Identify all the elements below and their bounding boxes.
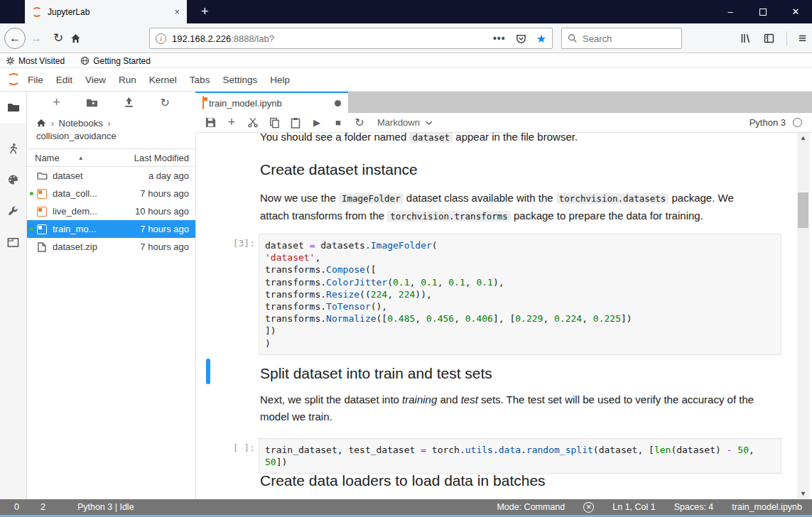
add-cell-button[interactable]: + (221, 115, 242, 130)
paste-cells-button[interactable] (285, 117, 306, 129)
library-icon[interactable] (740, 33, 752, 44)
new-folder-icon[interactable] (86, 97, 98, 108)
column-last-modified[interactable]: Last Modified (134, 153, 189, 163)
markdown-paragraph-split[interactable]: Next, we split the dataset into training… (260, 391, 768, 425)
sidebar-tab-filebrowser[interactable] (0, 92, 26, 123)
terminals-count[interactable]: 0 (14, 502, 19, 512)
app-window: JupyterLab × + – ✕ ← → ↻ i 192.168.2.226… (0, 0, 812, 517)
globe-icon (80, 56, 90, 65)
bookmark-most-visited[interactable]: Most Visited (6, 56, 65, 66)
sidebar-tab-open-tabs[interactable] (0, 227, 26, 258)
sidebar-tab-commands[interactable] (0, 164, 26, 195)
file-icon (36, 242, 48, 252)
file-row-dataset-zip[interactable]: dataset.zip 7 hours ago (27, 238, 195, 256)
home-button[interactable] (70, 33, 95, 44)
menu-tabs[interactable]: Tabs (183, 75, 217, 85)
jupyterlab-menubar: File Edit View Run Kernel Tabs Settings … (0, 68, 812, 92)
refresh-files-icon[interactable]: ↻ (160, 96, 169, 109)
new-launcher-icon[interactable]: + (53, 94, 60, 110)
unsaved-changes-dot[interactable] (335, 100, 341, 107)
file-row-data-collection[interactable]: data_coll... 7 hours ago (27, 185, 195, 202)
code-cell-random-split[interactable]: train_dataset, test_dataset = torch.util… (259, 438, 781, 474)
breadcrumb-current-folder[interactable]: collision_avoidance (36, 131, 117, 141)
trust-shield-icon[interactable]: ✕ (583, 502, 594, 513)
run-cell-button[interactable]: ▶ (306, 117, 327, 128)
notebook-content[interactable]: You should see a folder named dataset ap… (195, 133, 812, 499)
bookmark-star-icon[interactable]: ★ (536, 32, 546, 45)
notebook-icon (36, 224, 48, 234)
pocket-icon[interactable] (516, 33, 526, 44)
breadcrumb-home-icon[interactable] (36, 118, 46, 129)
kernels-count[interactable]: 2 (40, 502, 45, 512)
column-name[interactable]: Name (35, 153, 60, 163)
sidebar-tab-inspector[interactable] (0, 195, 26, 227)
upload-icon[interactable] (124, 97, 134, 108)
menu-hamburger-icon[interactable]: ≡ (799, 31, 806, 46)
tabs-icon (7, 237, 19, 248)
breadcrumb-notebooks[interactable]: Notebooks (59, 118, 103, 129)
file-name: dataset.zip (53, 241, 140, 252)
menu-file[interactable]: File (21, 75, 50, 85)
site-info-icon[interactable]: i (156, 33, 166, 44)
bookmarks-bar: Most Visited Getting Started (0, 54, 812, 68)
notebook-scrollbar[interactable]: ▲ ▼ (797, 133, 809, 499)
scrollbar-thumb[interactable] (798, 192, 808, 228)
notebook-tab[interactable]: train_model.ipynb (195, 92, 348, 113)
forward-button[interactable]: → (26, 32, 47, 45)
sidebars-icon[interactable] (763, 33, 775, 44)
close-button[interactable]: ✕ (779, 0, 812, 23)
cell-type-dropdown[interactable]: Markdown (377, 117, 433, 128)
menu-help[interactable]: Help (264, 75, 296, 85)
markdown-paragraph-imagefolder[interactable]: Now we use the ImageFolder dataset class… (260, 190, 761, 225)
scroll-up-icon[interactable]: ▲ (797, 133, 809, 143)
file-row-live-demo[interactable]: live_dem... 10 hours ago (27, 202, 195, 220)
statusbar-filename: train_model.ipynb (732, 502, 802, 512)
file-browser-toolbar: + ↻ (27, 92, 195, 113)
back-button[interactable]: ← (4, 28, 26, 49)
page-actions-icon[interactable]: ••• (493, 33, 506, 44)
file-row-dataset[interactable]: dataset a day ago (27, 167, 195, 185)
browser-tab[interactable]: JupyterLab × (25, 0, 187, 23)
maximize-button[interactable] (747, 0, 779, 23)
file-name: live_dem... (53, 206, 135, 217)
minimize-button[interactable]: – (714, 0, 747, 23)
restart-kernel-button[interactable]: ↻ (349, 116, 370, 129)
copy-cells-button[interactable] (264, 117, 285, 129)
menu-view[interactable]: View (79, 75, 112, 85)
menu-run[interactable]: Run (112, 75, 143, 85)
notebook-icon (202, 97, 204, 109)
scroll-down-icon[interactable]: ▼ (797, 489, 809, 499)
menu-settings[interactable]: Settings (216, 75, 264, 85)
breadcrumb: › Notebooks › collision_avoidance (27, 113, 195, 146)
cut-cells-button[interactable] (242, 117, 264, 128)
new-tab-button[interactable]: + (201, 4, 209, 18)
bookmark-getting-started[interactable]: Getting Started (80, 56, 151, 66)
url-bar[interactable]: i 192.168.2.226:8888/lab? ••• ★ (149, 28, 553, 49)
file-name: train_mo... (53, 224, 140, 234)
search-bar[interactable]: Search (561, 28, 682, 49)
menu-edit[interactable]: Edit (50, 75, 79, 85)
file-modified: a day ago (148, 170, 189, 181)
cursor-position[interactable]: Ln 1, Col 1 (612, 502, 655, 512)
dock-tabbar: train_model.ipynb (195, 92, 812, 113)
file-list-header[interactable]: Name ▲ Last Modified (27, 148, 195, 167)
reload-button[interactable]: ↻ (47, 31, 70, 45)
kernel-status-icon[interactable] (793, 118, 802, 127)
kernel-name[interactable]: Python 3 (749, 117, 786, 128)
tab-close-icon[interactable]: × (174, 6, 180, 17)
markdown-cell-clipped[interactable]: You should see a folder named dataset ap… (260, 133, 764, 146)
mode-indicator[interactable]: Mode: Command (497, 502, 565, 512)
code-cell-dataset[interactable]: dataset = datasets.ImageFolder( 'dataset… (259, 234, 781, 355)
selected-cell-indicator (206, 359, 210, 384)
kernel-status-text[interactable]: Python 3 | Idle (77, 502, 134, 512)
url-host: 192.168.2.226 (172, 33, 231, 44)
menu-kernel[interactable]: Kernel (143, 75, 183, 85)
sidebar-tab-running[interactable] (0, 133, 26, 164)
spaces-indicator[interactable]: Spaces: 4 (674, 502, 714, 512)
url-text[interactable]: 192.168.2.226:8888/lab? (172, 33, 493, 44)
breadcrumb-separator: › (49, 118, 56, 129)
save-button[interactable] (200, 117, 221, 128)
stop-kernel-button[interactable]: ■ (327, 117, 349, 128)
file-row-train-model[interactable]: train_mo... 7 hours ago (27, 220, 195, 238)
breadcrumb-separator: › (105, 118, 112, 129)
